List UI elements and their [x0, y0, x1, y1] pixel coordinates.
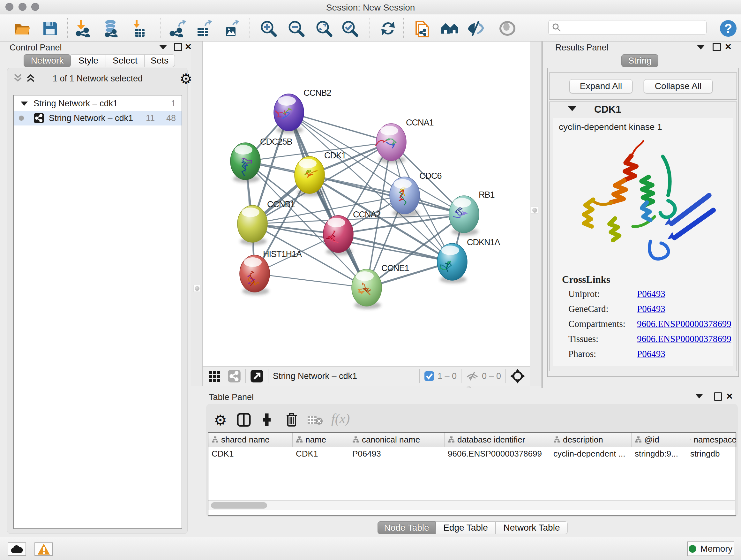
crosslink-tissues-link[interactable]: 9606.ENSP00000378699	[637, 334, 731, 344]
crosslink-label: Compartments:	[568, 319, 637, 329]
column-header-database-identifier[interactable]: database identifier	[445, 433, 550, 447]
table-panel-menu-icon[interactable]	[696, 394, 703, 398]
network-row[interactable]: String Network – cdk1 11 48	[14, 111, 182, 125]
memory-button[interactable]: Memory	[687, 542, 734, 556]
right-splitter[interactable]	[530, 42, 542, 386]
show-columns-icon[interactable]	[237, 413, 251, 427]
add-column-icon[interactable]	[260, 413, 274, 427]
delete-column-icon[interactable]	[285, 412, 298, 427]
table-cell[interactable]: CDK1	[208, 447, 293, 461]
table-row[interactable]: CDK1CDK1P064939606.ENSP00000378699cyclin…	[208, 447, 736, 461]
control-panel-float-icon[interactable]	[174, 43, 182, 51]
tab-select[interactable]: Select	[106, 54, 144, 67]
column-header-canonical-name[interactable]: canonical name	[349, 433, 445, 447]
tab-style[interactable]: Style	[71, 54, 106, 67]
import-table-file-button[interactable]	[130, 19, 148, 38]
table-panel-close-icon[interactable]: ×	[726, 392, 733, 400]
network-node-CDC6[interactable]	[390, 177, 420, 214]
entry-collapse-icon[interactable]	[568, 106, 576, 111]
zoom-out-button[interactable]	[287, 19, 306, 38]
column-header-description[interactable]: description	[550, 433, 631, 447]
left-splitter[interactable]	[191, 42, 202, 386]
table-hscrollbar[interactable]	[208, 500, 735, 510]
column-header-shared-name[interactable]: shared name	[208, 433, 293, 447]
network-canvas[interactable]: CCNB2CCNA1CDC25BCDK1CDC6RB1CCNB1CCNA2CDK…	[202, 42, 530, 366]
table-cell[interactable]: P06493	[349, 447, 445, 461]
function-builder-icon[interactable]: f(x)	[331, 411, 350, 426]
crosslink-uniprot-link[interactable]: P06493	[637, 289, 665, 299]
table-panel-title: Table Panel	[209, 392, 254, 402]
collapse-all-button[interactable]: Collapse All	[644, 79, 713, 93]
show-all-button[interactable]	[498, 19, 517, 38]
column-header--id[interactable]: @id	[631, 433, 687, 447]
network-node-CDC25B[interactable]	[230, 143, 260, 180]
tab-edge-table[interactable]: Edge Table	[435, 521, 495, 534]
export-network-button[interactable]	[169, 19, 187, 38]
tab-network[interactable]: Network	[23, 54, 71, 67]
network-options-gear-icon[interactable]: ⚙	[180, 71, 192, 87]
birds-eye-toggle-icon[interactable]	[510, 369, 525, 383]
search-input[interactable]	[561, 23, 702, 33]
help-button[interactable]: ?	[719, 19, 738, 38]
clone-network-button[interactable]	[413, 19, 431, 38]
detach-view-icon[interactable]	[250, 369, 264, 383]
expand-all-button[interactable]: Expand All	[569, 79, 632, 93]
first-neighbors-button[interactable]	[441, 19, 459, 38]
network-node-CCNA2[interactable]	[323, 215, 353, 253]
table-cell[interactable]: 9606.ENSP00000378699	[445, 447, 550, 461]
collection-expand-icon[interactable]	[21, 102, 28, 106]
table-cell[interactable]: stringdb	[687, 447, 737, 461]
network-node-CCNA1[interactable]	[375, 124, 406, 161]
warnings-button[interactable]	[35, 543, 53, 556]
table-gear-icon[interactable]: ⚙	[214, 412, 227, 429]
grid-view-icon[interactable]	[208, 370, 221, 382]
hide-selected-button[interactable]	[467, 19, 485, 38]
network-node-CDK1[interactable]	[294, 157, 325, 193]
save-session-button[interactable]	[41, 19, 59, 38]
export-table-button[interactable]	[194, 19, 213, 38]
results-panel-close-icon[interactable]: ×	[725, 42, 731, 51]
column-header-name[interactable]: name	[293, 433, 349, 447]
network-node-CCNE1[interactable]	[352, 269, 382, 306]
network-node-RB1[interactable]	[449, 196, 479, 233]
table-cell[interactable]: stringdb:9...	[631, 447, 687, 461]
table-hscrollbar-thumb[interactable]	[211, 502, 267, 509]
network-node-CCNB2[interactable]	[274, 94, 304, 131]
results-panel-menu-icon[interactable]	[697, 45, 705, 50]
network-collection-row[interactable]: String Network – cdk1 1	[14, 96, 182, 111]
tab-network-table[interactable]: Network Table	[495, 521, 568, 534]
zoom-selected-button[interactable]	[340, 19, 359, 38]
open-session-button[interactable]	[13, 19, 32, 38]
control-panel-menu-icon[interactable]	[159, 45, 167, 50]
left-splitter-handle[interactable]	[193, 285, 200, 292]
table-panel-float-icon[interactable]	[714, 392, 722, 401]
network-graph[interactable]: CCNB2CCNA1CDC25BCDK1CDC6RB1CCNB1CCNA2CDK…	[203, 42, 530, 366]
network-node-HIST1H1A[interactable]	[240, 255, 270, 292]
column-header-namespace[interactable]: namespace	[687, 433, 737, 447]
network-overview-icon[interactable]	[227, 369, 241, 383]
tab-node-table[interactable]: Node Table	[378, 521, 435, 534]
results-panel-float-icon[interactable]	[713, 43, 721, 51]
export-image-button[interactable]	[222, 19, 241, 38]
column-header-label: canonical name	[362, 435, 420, 445]
hidden-eye-icon[interactable]	[466, 371, 479, 381]
refresh-button[interactable]	[379, 19, 397, 38]
import-network-database-button[interactable]	[102, 19, 120, 38]
control-panel-close-icon[interactable]: ×	[185, 42, 192, 51]
tab-string[interactable]: String	[621, 54, 658, 67]
tab-sets[interactable]: Sets	[144, 54, 175, 67]
import-network-file-button[interactable]	[74, 19, 92, 38]
table-cell[interactable]: CDK1	[293, 447, 349, 461]
delete-table-icon[interactable]	[308, 415, 323, 426]
crosslink-compartments-link[interactable]: 9606.ENSP00000378699	[637, 319, 731, 329]
crosslink-pharos-link[interactable]: P06493	[637, 349, 665, 359]
zoom-in-button[interactable]	[259, 19, 278, 38]
zoom-fit-button[interactable]	[315, 19, 333, 38]
network-node-CDKN1A[interactable]	[437, 243, 467, 280]
right-splitter-handle[interactable]	[531, 206, 538, 213]
network-node-CCNB1[interactable]	[238, 205, 267, 242]
crosslink-genecard-link[interactable]: P06493	[637, 304, 665, 314]
table-cell[interactable]: cyclin-dependent ...	[550, 447, 631, 461]
cloud-button[interactable]	[8, 543, 26, 556]
selected-checkbox-icon[interactable]	[424, 371, 434, 381]
